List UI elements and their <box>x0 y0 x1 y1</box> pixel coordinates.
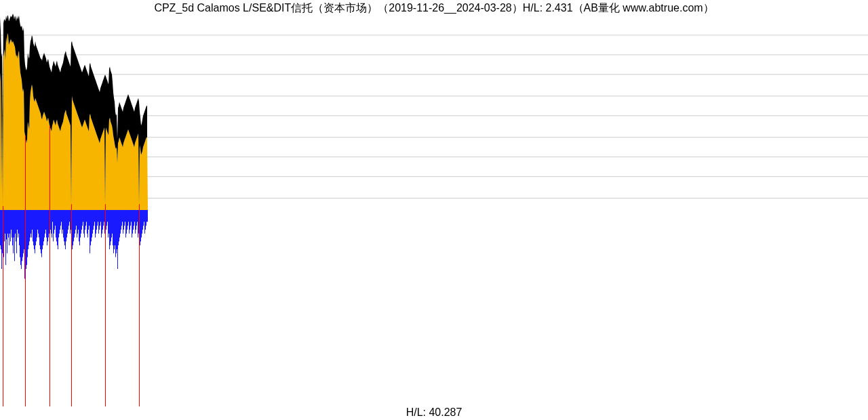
svg-rect-211 <box>133 210 134 230</box>
svg-rect-25 <box>7 210 7 253</box>
svg-rect-111 <box>65 210 66 249</box>
svg-rect-82 <box>45 210 46 230</box>
svg-rect-37 <box>15 210 16 234</box>
svg-rect-30 <box>10 210 11 241</box>
svg-rect-56 <box>28 210 28 249</box>
svg-rect-61 <box>31 210 32 238</box>
svg-rect-18 <box>2 210 3 253</box>
svg-rect-198 <box>124 210 125 226</box>
svg-rect-152 <box>93 210 94 230</box>
svg-rect-20 <box>3 210 4 257</box>
svg-rect-190 <box>119 210 119 241</box>
svg-rect-59 <box>30 210 31 238</box>
svg-rect-133 <box>80 210 81 238</box>
svg-rect-157 <box>96 210 97 230</box>
svg-rect-209 <box>132 210 132 238</box>
svg-rect-29 <box>9 210 10 234</box>
svg-rect-53 <box>26 210 26 269</box>
svg-rect-41 <box>18 210 18 238</box>
svg-rect-153 <box>94 210 94 226</box>
svg-rect-165 <box>102 210 102 234</box>
svg-rect-95 <box>54 210 55 230</box>
svg-rect-212 <box>134 210 134 226</box>
svg-rect-71 <box>38 210 39 234</box>
svg-rect-62 <box>32 210 33 230</box>
svg-rect-63 <box>33 210 33 241</box>
svg-rect-226 <box>143 210 144 226</box>
svg-rect-184 <box>115 210 115 245</box>
svg-rect-172 <box>106 210 107 226</box>
svg-rect-97 <box>56 210 56 238</box>
svg-rect-104 <box>60 210 61 226</box>
svg-rect-148 <box>90 210 91 245</box>
svg-rect-140 <box>85 210 85 230</box>
svg-rect-85 <box>47 210 48 241</box>
svg-rect-51 <box>24 210 25 279</box>
svg-rect-31 <box>11 210 12 230</box>
svg-rect-194 <box>121 210 122 226</box>
svg-rect-26 <box>7 210 8 234</box>
svg-rect-186 <box>116 210 117 253</box>
svg-rect-227 <box>144 210 144 222</box>
svg-rect-79 <box>43 210 44 241</box>
svg-rect-215 <box>136 210 136 230</box>
svg-rect-213 <box>134 210 135 222</box>
svg-rect-222 <box>140 210 141 241</box>
svg-rect-164 <box>101 210 102 238</box>
svg-rect-87 <box>49 210 50 234</box>
svg-rect-39 <box>16 210 17 253</box>
svg-rect-78 <box>43 210 43 245</box>
svg-rect-187 <box>117 210 117 249</box>
svg-rect-122 <box>73 210 73 245</box>
svg-rect-125 <box>75 210 75 234</box>
svg-rect-147 <box>90 210 90 253</box>
svg-rect-167 <box>103 210 104 226</box>
svg-rect-130 <box>78 210 79 230</box>
svg-rect-96 <box>55 210 56 226</box>
svg-rect-100 <box>58 210 58 249</box>
svg-rect-23 <box>5 210 6 265</box>
svg-rect-166 <box>102 210 103 230</box>
svg-rect-89 <box>50 210 51 230</box>
svg-rect-24 <box>6 210 7 240</box>
svg-rect-205 <box>129 210 130 234</box>
svg-rect-173 <box>107 210 108 222</box>
svg-rect-81 <box>45 210 45 234</box>
svg-rect-44 <box>20 210 20 257</box>
svg-rect-156 <box>96 210 96 234</box>
svg-rect-17 <box>1 210 2 269</box>
svg-rect-32 <box>12 210 12 238</box>
svg-rect-92 <box>52 210 53 222</box>
svg-rect-33 <box>12 210 13 245</box>
svg-rect-142 <box>86 210 87 222</box>
svg-rect-208 <box>131 210 132 222</box>
svg-rect-128 <box>77 210 77 238</box>
svg-rect-141 <box>85 210 86 226</box>
svg-rect-193 <box>121 210 121 230</box>
svg-rect-135 <box>81 210 82 230</box>
svg-rect-74 <box>40 210 41 249</box>
svg-rect-108 <box>63 210 64 238</box>
svg-rect-217 <box>137 210 138 222</box>
svg-rect-116 <box>68 210 69 226</box>
svg-rect-86 <box>48 210 49 238</box>
svg-rect-177 <box>110 210 111 245</box>
svg-rect-115 <box>68 210 68 230</box>
svg-rect-58 <box>29 210 30 241</box>
svg-rect-65 <box>34 210 35 249</box>
svg-rect-27 <box>8 210 9 238</box>
svg-rect-154 <box>94 210 95 222</box>
svg-rect-159 <box>98 210 98 222</box>
svg-rect-45 <box>20 210 21 265</box>
svg-rect-221 <box>140 210 140 245</box>
svg-rect-151 <box>92 210 93 234</box>
svg-rect-182 <box>113 210 114 253</box>
svg-rect-28 <box>9 210 9 245</box>
svg-rect-203 <box>127 210 128 226</box>
svg-rect-131 <box>79 210 79 241</box>
svg-rect-169 <box>104 210 105 234</box>
svg-rect-216 <box>136 210 137 226</box>
svg-rect-197 <box>123 210 124 230</box>
svg-rect-121 <box>72 210 73 249</box>
svg-rect-195 <box>122 210 123 222</box>
